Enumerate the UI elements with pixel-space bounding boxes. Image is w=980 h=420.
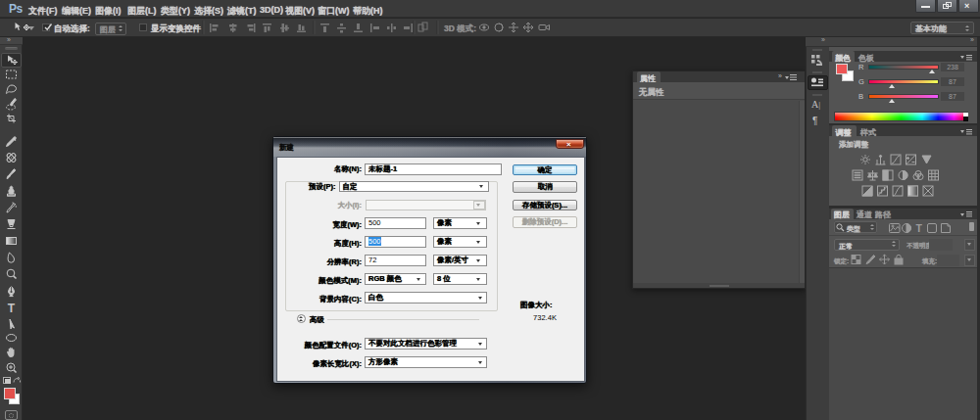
svg-text:T: T xyxy=(916,222,923,234)
svg-text:T: T xyxy=(8,302,16,315)
